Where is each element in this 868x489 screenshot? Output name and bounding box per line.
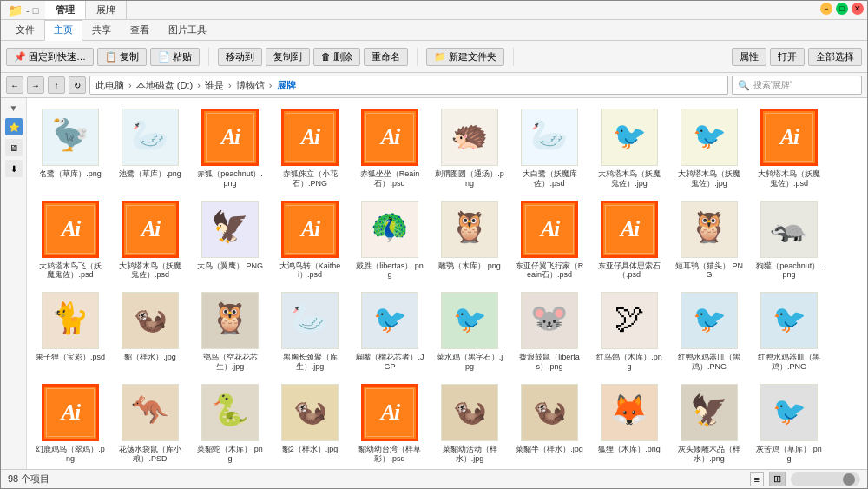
file-item[interactable]: 🦉 短耳鸮（猫头）.PNG	[671, 195, 747, 284]
file-item[interactable]: Ai 大鸿鸟转（Kaithei）.psd	[272, 195, 348, 284]
file-item[interactable]: 🦅 灰头矮雕木品（样水）.png	[671, 379, 747, 467]
rename-button[interactable]: 重命名	[364, 48, 408, 66]
file-label: 貂2（样水）.jpg	[282, 445, 339, 454]
view-grid-button[interactable]: ⊞	[769, 472, 786, 486]
file-label: 赤狐坐坐（Reain石）.psd	[355, 169, 424, 188]
file-item[interactable]: 🦢 黑胸长颈聚（库生）.jpg	[272, 287, 348, 375]
file-item[interactable]: 🐦 红鸭水鸡器皿（黑鸡）.PNG	[751, 287, 827, 375]
open-button[interactable]: 打开	[770, 48, 805, 66]
paste-button[interactable]: 📄 粘贴	[150, 48, 200, 66]
minimize-button[interactable]: −	[820, 3, 832, 15]
file-item[interactable]: 🐈 果子狸（宝彩）.psd	[32, 287, 108, 375]
file-label: 扁嘴（榴花芯者）.JGP	[355, 353, 424, 372]
ribbon-tab-home[interactable]: 主页	[44, 20, 82, 41]
new-folder-button[interactable]: 📁 新建文件夹	[426, 48, 504, 66]
back-button[interactable]: ←	[6, 76, 23, 94]
file-thumbnail: Ai	[759, 107, 819, 168]
file-item[interactable]: 🦦 菜貂幼活动（样水）.jpg	[431, 379, 508, 467]
file-item[interactable]: 🐦 菜水鸡（黑字石）.jpg	[431, 287, 508, 375]
file-item[interactable]: 🦢 大白鹭（妖魔库佐）.psd	[511, 103, 588, 192]
file-item[interactable]: Ai 大鸫塔木鸟（妖魔鬼佐）.psd	[751, 103, 827, 192]
file-label: 赤狐（peachnut）.png	[195, 169, 265, 188]
file-item[interactable]: 🦡 狗獾（peachnut）.png	[751, 195, 827, 284]
svg-text:🦊: 🦊	[610, 392, 648, 428]
ribbon-tab-file[interactable]: 文件	[6, 20, 44, 40]
file-item[interactable]: 🦉 鸮鸟（空花花芯生）.jpg	[192, 287, 268, 375]
file-thumbnail: Ai	[519, 199, 580, 260]
file-item[interactable]: 🦅 大鸟（翼鹰）.PNG	[192, 195, 268, 284]
forward-button[interactable]: →	[27, 76, 44, 94]
move-button[interactable]: 移动到	[218, 48, 262, 66]
file-label: 菜水鸡（黑字石）.jpg	[435, 353, 504, 372]
file-item[interactable]: Ai 东亚仔具体思索石（.psd	[591, 195, 667, 284]
file-item[interactable]: 🦊 狐狸（木库）.png	[591, 379, 667, 467]
file-item[interactable]: 🐦 灰苦鸡（草库）.png	[751, 379, 827, 467]
file-item[interactable]: 🦉 雕鸮（木库）.png	[431, 195, 508, 284]
ribbon-tab-bar: 文件 主页 共享 查看 图片工具	[1, 20, 867, 41]
pin-button[interactable]: 📌 固定到快速…	[6, 48, 94, 66]
file-item[interactable]: Ai 大鸫塔木鸟飞（妖魔鬼佐）.psd	[32, 195, 108, 284]
file-thumbnail: 🐦	[679, 290, 740, 351]
file-item[interactable]: 🦦 貂2（样水）.jpg	[272, 379, 348, 467]
select-all-button[interactable]: 全部选择	[808, 48, 862, 66]
file-thumbnail: 🦦	[120, 290, 181, 351]
file-item[interactable]: Ai 赤狐（peachnut）.png	[192, 103, 268, 192]
file-item[interactable]: 🐦 红鸭水鸡器皿（黑鸡）.PNG	[671, 287, 747, 375]
file-item[interactable]: 🐍 菜貂蛇（木库）.png	[192, 379, 268, 467]
file-item[interactable]: 🦦 菜貂半（样水）.jpg	[511, 379, 588, 467]
file-area[interactable]: 🦤 名鹭（草库）.png 🦢 池鹭（草库）.png Ai 赤狐（peachnut…	[27, 98, 867, 469]
sidebar-item-downloads[interactable]: ⬇	[5, 160, 23, 177]
svg-text:🦅: 🦅	[211, 208, 249, 244]
animal-image: 🦊	[601, 384, 658, 441]
copy-button[interactable]: 📋 复制	[97, 48, 147, 66]
search-input[interactable]: 🔍 搜索'展牌'	[732, 76, 862, 95]
file-item[interactable]: Ai 大鸫塔木鸟（妖魔鬼佐）.psd	[112, 195, 188, 284]
close-button[interactable]: ✕	[852, 3, 864, 15]
zoom-slider[interactable]	[791, 472, 860, 486]
file-item[interactable]: 🦔 刺猬图圆（通汤）.png	[431, 103, 508, 192]
up-button[interactable]: ↑	[48, 76, 65, 94]
refresh-button[interactable]: ↻	[69, 76, 86, 94]
sidebar-item-quickaccess[interactable]: ⭐	[5, 118, 23, 135]
svg-text:🐦: 🐦	[373, 303, 407, 335]
file-item[interactable]: Ai 幻鹿鸡鸟（翠鸡）.png	[32, 379, 108, 467]
file-item[interactable]: 🐭 拨浪鼓鼠（libertas）.png	[511, 287, 588, 375]
maximize-button[interactable]: □	[836, 3, 848, 15]
sidebar-item-desktop[interactable]: 🖥	[5, 139, 23, 156]
sidebar-expand-arrow[interactable]: ▼	[8, 102, 20, 115]
animal-image: 🦢	[521, 109, 578, 166]
copy-to-button[interactable]: 复制到	[266, 48, 310, 66]
file-item[interactable]: Ai 东亚仔翼飞行家（Reain石）.psd	[511, 195, 588, 284]
file-item[interactable]: 🦤 名鹭（草库）.png	[32, 103, 108, 192]
ribbon-tab-share[interactable]: 共享	[82, 20, 121, 40]
file-label: 菜貂半（样水）.jpg	[516, 445, 583, 454]
file-thumbnail: 🐦	[759, 382, 819, 443]
ribbon-group-organize: 移动到 复制到 🗑 删除 重命名	[218, 48, 418, 66]
animal-image: 🦚	[361, 201, 418, 258]
ribbon-tab-picture-tools[interactable]: 图片工具	[159, 20, 216, 40]
ai-icon: Ai	[361, 384, 418, 441]
file-item[interactable]: 🐦 大鸫塔木鸟（妖魔鬼佐）.jpg	[591, 103, 667, 192]
file-item[interactable]: 🐦 大鸫塔木鸟（妖魔鬼佐）.jpg	[671, 103, 747, 192]
file-label: 戴胜（libertas）.png	[355, 261, 424, 281]
file-item[interactable]: Ai 赤狐坐坐（Reain石）.psd	[352, 103, 428, 192]
file-item[interactable]: 🕊 红鸟鸽（木库）.png	[591, 287, 667, 375]
file-item[interactable]: 🐦 扁嘴（榴花芯者）.JGP	[352, 287, 428, 375]
view-list-button[interactable]: ≡	[750, 472, 764, 486]
file-item[interactable]: 🦦 貂（样水）.jpg	[112, 287, 188, 375]
file-item[interactable]: 🦚 戴胜（libertas）.png	[352, 195, 428, 284]
file-item[interactable]: Ai 貂幼幼台湾（样草彩）.psd	[352, 379, 428, 467]
tab-manage[interactable]: 管理	[45, 1, 86, 19]
file-item[interactable]: 🦘 花荡水袋鼠（库小粮）.PSD	[112, 379, 188, 467]
file-thumbnail: Ai	[40, 199, 101, 260]
properties-button[interactable]: 属性	[732, 48, 766, 66]
file-thumbnail: 🐭	[519, 290, 580, 351]
zoom-slider-thumb	[843, 473, 855, 486]
address-path[interactable]: 此电脑 › 本地磁盘 (D:) › 谁是 › 博物馆 › 展牌	[89, 76, 728, 95]
delete-button[interactable]: 🗑 删除	[313, 48, 360, 66]
animal-image: 🦤	[42, 109, 99, 166]
tab-display[interactable]: 展牌	[86, 1, 127, 19]
file-item[interactable]: 🦢 池鹭（草库）.png	[112, 103, 188, 192]
ribbon-tab-view[interactable]: 查看	[121, 20, 159, 40]
file-item[interactable]: Ai 赤狐侏立（小花石）.PNG	[272, 103, 348, 192]
